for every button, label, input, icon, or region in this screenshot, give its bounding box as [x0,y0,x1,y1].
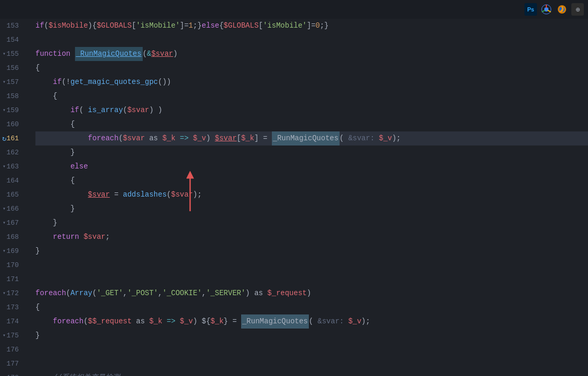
line-155: ▾ 155 [0,47,25,61]
line-164: 164 [0,174,25,188]
line-156: 156 [0,61,25,75]
code-line-162: } [35,145,588,160]
code-line-177 [35,357,588,371]
line-161: ↻ 161 [0,131,25,145]
code-line-168: return $svar; [35,230,588,244]
line-174: 174 [0,314,25,329]
line-167: ▾ 167 [0,216,25,230]
code-line-170 [35,258,588,272]
function-name-155: _RunMagicQuotes [75,47,143,61]
code-line-161: foreach($svar as $_k => $_v) $svar[$_k] … [35,131,588,145]
line-178: 178 [0,371,25,376]
line-175: ▾ 175 [0,329,25,343]
fold-175[interactable]: ▾ [1,333,7,339]
code-line-175: } [35,329,588,343]
code-line-176 [35,343,588,357]
code-line-153: if($isMobile){$GLOBALS['isMobile']=1;}el… [35,19,588,33]
line-163: ▾ 163 [0,160,25,174]
line-157: ▾ 157 [0,75,25,89]
fold-155[interactable]: ▾ [1,51,7,57]
highlighted-fn-161: _RunMagicQuotes [272,131,340,145]
editor: Ps ⊕ 153 [0,0,588,376]
code-line-167: } [35,216,588,230]
code-line-172: foreach(Array('_GET','_POST','_COOKIE','… [35,286,588,300]
code-line-154 [35,33,588,47]
code-line-158: { [35,89,588,103]
fold-167[interactable]: ▾ [1,220,7,226]
photoshop-icon[interactable]: Ps [524,3,537,16]
code-line-174: foreach($$_request as $_k => $_v) ${$_k}… [35,314,588,329]
line-173: 173 [0,300,25,314]
line-153: 153 [0,19,25,33]
code-line-160: { [35,117,588,131]
code-line-164: { [35,174,588,188]
code-line-155: function _RunMagicQuotes(&$svar) [35,47,588,61]
line-158: 158 [0,89,25,103]
line-160: 160 [0,117,25,131]
code-area: 153 154 ▾ 155 156 ▾ 157 158 [0,19,588,376]
code-line-159: if( is_array($svar) ) [35,103,588,117]
fold-159[interactable]: ▾ [1,107,7,114]
line-162: 162 [0,145,25,160]
line-171: 171 [0,272,25,286]
line-177: 177 [0,357,25,371]
firefox-icon[interactable] [556,3,568,16]
line-169: ▾ 169 [0,244,25,258]
chrome-icon[interactable] [540,3,553,16]
line-176: 176 [0,343,25,357]
code-line-169: } [35,244,588,258]
line-172: ▾ 172 [0,286,25,300]
top-bar: Ps ⊕ [0,0,588,19]
code-line-163: else [35,160,588,174]
code-line-171 [35,272,588,286]
line-170: 170 [0,258,25,272]
highlighted-fn-174: _RunMagicQuotes [241,314,309,329]
line-168: 168 [0,230,25,244]
fold-172[interactable]: ▾ [1,290,7,297]
code-line-156: { [35,61,588,75]
code-content[interactable]: if($isMobile){$GLOBALS['isMobile']=1;}el… [31,19,588,376]
line-numbers: 153 154 ▾ 155 156 ▾ 157 158 [0,19,31,376]
code-line-173: { [35,300,588,314]
breakpoint-161: ↻ [2,131,6,145]
extra-browser-icon[interactable]: ⊕ [571,3,584,16]
fold-157[interactable]: ▾ [1,79,7,86]
line-166: ▾ 166 [0,202,25,216]
code-line-178: //系统相关变量检测 [35,371,588,376]
line-159: ▾ 159 [0,103,25,117]
code-line-166: } [35,202,588,216]
fold-163[interactable]: ▾ [1,164,7,170]
fold-166[interactable]: ▾ [1,206,7,212]
fold-169[interactable]: ▾ [1,248,7,254]
code-line-165: $svar = addslashes($svar); [35,188,588,202]
line-154: 154 [0,33,25,47]
code-line-157: if(!get_magic_quotes_gpc()) [35,75,588,89]
line-165: 165 [0,188,25,202]
